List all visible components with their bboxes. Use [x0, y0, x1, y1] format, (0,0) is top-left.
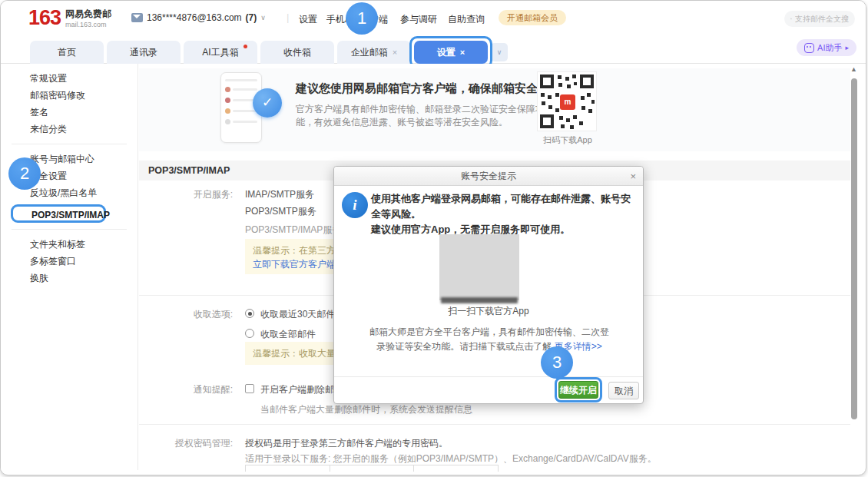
- service-tip-text: 温馨提示：在第三方登: [253, 245, 345, 256]
- close-tab-icon[interactable]: ×: [460, 48, 465, 57]
- fetch-all-label: 收取全部邮件: [260, 328, 316, 341]
- shield-check-icon: ✓: [253, 88, 282, 118]
- fetch-30days-label: 收取最近30天邮件: [260, 308, 335, 321]
- sidebar-divider: [12, 144, 127, 144]
- close-icon[interactable]: ×: [630, 167, 636, 186]
- service-imap-smtp: IMAP/SMTP服务: [245, 188, 314, 201]
- banner-title: 建议您使用网易邮箱官方客户端，确保邮箱安全: [296, 81, 538, 96]
- download-qr-code: m: [537, 71, 597, 131]
- sidebar-item-general[interactable]: 常规设置: [1, 70, 137, 87]
- tab-ai-toolbox[interactable]: AI工具箱: [184, 41, 257, 64]
- mail-window: 163 网易免费邮 mail.163.com 136****4876@163.c…: [0, 0, 866, 475]
- service-pop3-smtp-imap: POP3/SMTP/IMAP服务: [245, 224, 341, 237]
- sidebar-item-pop3-smtp-imap[interactable]: POP3/SMTP/IMAP: [11, 204, 106, 223]
- new-badge-dot: [244, 45, 247, 48]
- download-client-link[interactable]: 立即下载官方客户端 >: [253, 259, 343, 270]
- ai-assistant-icon: [804, 43, 814, 53]
- auth-line2: 适用于登录以下服务: 您开启的服务（例如POP3/IMAP/SMTP）、Exch…: [245, 452, 657, 465]
- account-security-dialog: 账号安全提示 × i 使用其他客户端登录网易邮箱，可能存在邮件泄露、账号安全等风…: [333, 166, 644, 404]
- nav-settings-link[interactable]: 设置: [299, 13, 317, 26]
- tab-dropdown-button[interactable]: ∨: [491, 43, 508, 61]
- checkbox-delete-remind-label: 开启客户端删除邮件: [260, 383, 343, 396]
- radio-fetch-all[interactable]: [245, 329, 254, 338]
- close-tab-icon[interactable]: ×: [393, 48, 397, 57]
- redacted-text: [441, 297, 518, 303]
- mail-master-logo: m: [560, 94, 575, 110]
- unread-count: (7): [246, 12, 257, 23]
- qr-caption: 扫码下载App: [529, 134, 606, 146]
- account-switcher[interactable]: 136****4876@163.com (7) ∨: [131, 12, 266, 23]
- logo-domain: mail.163.com: [65, 21, 111, 28]
- chevron-down-icon: ∨: [260, 14, 266, 22]
- auth-table-stub: [245, 465, 499, 472]
- fetch-tip-text: 温馨提示：收取大量: [253, 348, 336, 359]
- radio-fetch-30days[interactable]: [245, 309, 254, 318]
- official-client-banner: ✓ 建议您使用网易邮箱官方客户端，确保邮箱安全 官方客户端具有邮件加密传输、邮箱…: [139, 68, 850, 151]
- dialog-message: 使用其他客户端登录网易邮箱，可能存在邮件泄露、账号安全等风险。 建议使用官方Ap…: [371, 191, 635, 237]
- dialog-qr-placeholder: [439, 234, 519, 300]
- tab-settings[interactable]: 设置×: [414, 41, 488, 64]
- tab-home[interactable]: 首页: [30, 41, 104, 64]
- info-icon: i: [342, 192, 368, 218]
- sidebar-item-skin[interactable]: 换肤: [1, 270, 137, 287]
- notify-row-label: 通知提醒:: [139, 383, 233, 396]
- tab-enterprise-mail[interactable]: 企业邮箱×: [337, 41, 411, 64]
- logo-163-number: 163: [28, 6, 61, 30]
- search-input[interactable]: [795, 15, 849, 23]
- notify-note: 当邮件客户端大量删除邮件时，系统会发送提醒信息: [260, 403, 472, 416]
- logo-name: 网易免费邮: [65, 8, 111, 21]
- confirm-open-button[interactable]: 继续开启: [558, 381, 598, 399]
- dialog-title: 账号安全提示: [461, 171, 516, 181]
- sidebar-item-multitab[interactable]: 多标签窗口: [1, 253, 137, 270]
- cancel-button[interactable]: 取消: [608, 382, 639, 399]
- search-box[interactable]: [784, 11, 855, 27]
- dialog-qr-caption: 扫一扫下载官方App: [334, 305, 643, 318]
- sidebar-item-signature[interactable]: 签名: [1, 104, 137, 121]
- banner-description: 官方客户端具有邮件加密传输、邮箱登录二次验证安全保障功能，有效避免信息泄露、账号…: [296, 103, 551, 129]
- annotation-step-1: 1: [346, 2, 378, 35]
- mail-icon: [131, 13, 143, 22]
- tab-inbox[interactable]: 收件箱: [260, 41, 334, 64]
- header-divider: |: [287, 12, 289, 23]
- scrollbar-thumb[interactable]: [851, 78, 857, 419]
- nav-self-service-link[interactable]: 自助查询: [448, 13, 485, 26]
- row-divider: [139, 424, 850, 425]
- ai-assistant-button[interactable]: AI助手 ▸: [797, 39, 856, 56]
- annotation-outline-confirm-button: 继续开启: [555, 377, 602, 402]
- logo-163[interactable]: 163 网易免费邮 mail.163.com: [28, 6, 111, 30]
- fetch-row-label: 收取选项:: [139, 308, 233, 321]
- scrollbar: ▲: [849, 65, 860, 469]
- dialog-paragraph: 邮箱大师是官方全平台客户端，具有邮件加密传输、二次登录验证等安全功能。请扫描下载…: [366, 325, 612, 354]
- vip-badge[interactable]: 开通邮箱会员: [499, 10, 566, 25]
- scroll-up-arrow-icon[interactable]: ▲: [850, 65, 857, 73]
- tab-contacts[interactable]: 通讯录: [107, 41, 181, 64]
- service-row-label: 开启服务:: [139, 188, 233, 201]
- auth-line1: 授权码是用于登录第三方邮件客户端的专用密码。: [245, 437, 448, 450]
- settings-sidebar: 常规设置 邮箱密码修改 签名 来信分类 账号与邮箱中心 安全设置 反垃圾/黑白名…: [1, 64, 138, 470]
- header: 163 网易免费邮 mail.163.com 136****4876@163.c…: [1, 1, 866, 36]
- dialog-title-bar: 账号安全提示 ×: [334, 167, 643, 186]
- checkbox-delete-remind[interactable]: [245, 384, 254, 393]
- auth-row-label: 授权密码管理:: [139, 437, 233, 450]
- arrow-right-icon: ▸: [845, 44, 849, 51]
- account-email: 136****4876@163.com: [147, 12, 242, 23]
- annotation-step-3: 3: [541, 346, 573, 379]
- sidebar-divider: [12, 229, 127, 230]
- sidebar-item-mail-classify[interactable]: 来信分类: [1, 121, 137, 137]
- nav-survey-link[interactable]: 参与调研: [400, 13, 437, 26]
- search-icon: [790, 15, 792, 23]
- sidebar-item-folders-tags[interactable]: 文件夹和标签: [1, 236, 137, 253]
- service-pop3-smtp: POP3/SMTP服务: [245, 205, 316, 218]
- tab-bar: 首页 通讯录 AI工具箱 收件箱 企业邮箱× 设置× ∨ AI助手 ▸: [1, 36, 866, 64]
- sidebar-item-password[interactable]: 邮箱密码修改: [1, 87, 137, 104]
- annotation-step-2: 2: [8, 157, 41, 190]
